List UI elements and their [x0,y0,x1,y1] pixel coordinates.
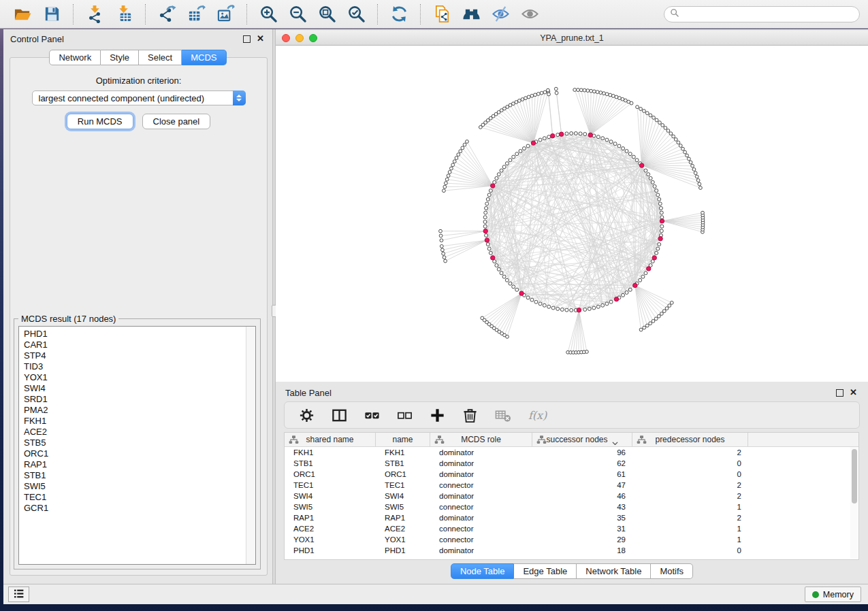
graph-leaf-node[interactable] [689,161,692,164]
mcds-result-item[interactable]: ACE2 [24,427,246,437]
split-columns-button[interactable] [331,407,348,424]
graph-node[interactable] [485,206,488,210]
network-canvas[interactable] [276,46,868,382]
graph-node[interactable] [622,147,625,150]
graph-leaf-node[interactable] [654,317,658,320]
graph-node[interactable] [617,144,621,148]
graph-leaf-node[interactable] [657,314,660,318]
graph-node[interactable] [644,169,647,172]
graph-hub-node[interactable] [551,133,555,137]
import-network-button[interactable] [86,5,104,23]
tab-mcds[interactable]: MCDS [182,50,226,65]
graph-node[interactable] [509,159,512,162]
graph-leaf-node[interactable] [645,112,649,115]
graph-node[interactable] [547,305,551,308]
mcds-result-item[interactable]: STB1 [24,470,246,481]
graph-node[interactable] [632,155,635,159]
table-row[interactable]: FKH1FKH1dominator962 [285,447,858,458]
graph-node[interactable] [487,193,491,197]
graph-node[interactable] [505,278,509,282]
graph-node[interactable] [556,307,560,310]
graph-leaf-node[interactable] [639,328,643,331]
graph-hub-node[interactable] [647,267,651,271]
mcds-result-item[interactable]: RAP1 [24,459,246,470]
graph-node[interactable] [660,229,663,233]
graph-leaf-node[interactable] [585,350,589,354]
graph-node[interactable] [660,211,663,214]
graph-node[interactable] [489,251,492,254]
graph-node[interactable] [539,302,542,306]
table-row[interactable]: STB1STB1dominator620 [285,458,858,469]
graph-leaf-node[interactable] [602,92,606,95]
graph-leaf-node[interactable] [691,164,694,167]
graph-leaf-node[interactable] [554,87,558,90]
tab-edge-table[interactable]: Edge Table [514,563,577,579]
graph-leaf-node[interactable] [665,307,669,310]
graph-leaf-node[interactable] [440,245,443,248]
graph-node[interactable] [605,138,609,142]
graph-node[interactable] [539,138,542,142]
graph-node[interactable] [660,225,664,228]
graph-leaf-node[interactable] [652,319,655,323]
graph-node[interactable] [483,216,487,219]
graph-hub-node[interactable] [660,219,664,223]
graph-leaf-node[interactable] [583,88,586,92]
tab-style[interactable]: Style [101,50,139,65]
column-header-successor-nodes[interactable]: successor nodes [532,433,632,446]
graph-node[interactable] [660,216,664,219]
float-panel-icon[interactable] [243,35,251,43]
graph-node[interactable] [500,169,503,172]
select-all-rows-button[interactable] [364,407,381,424]
graph-leaf-node[interactable] [534,93,537,97]
zoom-selected-button[interactable] [347,5,366,23]
graph-node[interactable] [483,220,487,224]
graph-leaf-node[interactable] [636,105,639,109]
graph-node[interactable] [512,285,515,288]
graph-hub-node[interactable] [652,256,656,260]
graph-leaf-node[interactable] [660,312,663,316]
graph-node[interactable] [628,152,632,156]
graph-leaf-node[interactable] [453,160,456,163]
close-panel-icon[interactable]: ✕ [257,35,264,42]
graph-leaf-node[interactable] [661,124,664,127]
graph-leaf-node[interactable] [527,95,530,99]
graph-node[interactable] [613,142,617,146]
graph-node[interactable] [502,165,506,169]
graph-hub-node[interactable] [491,184,495,188]
mcds-result-item[interactable]: SRD1 [24,394,246,405]
graph-leaf-node[interactable] [443,185,447,188]
graph-node[interactable] [574,132,577,135]
graph-leaf-node[interactable] [524,97,528,100]
graph-node[interactable] [656,193,660,197]
graph-leaf-node[interactable] [655,118,658,122]
graph-node[interactable] [656,247,660,250]
graph-leaf-node[interactable] [443,256,446,259]
graph-leaf-node[interactable] [596,90,599,94]
graph-node[interactable] [534,300,538,303]
graph-node[interactable] [486,197,489,201]
graph-leaf-node[interactable] [579,88,583,92]
graph-node[interactable] [625,291,628,294]
graph-node[interactable] [647,173,650,176]
close-table-panel-icon[interactable]: ✕ [850,389,857,396]
graph-node[interactable] [565,308,568,312]
mcds-result-item[interactable]: CAR1 [24,340,246,350]
table-row[interactable]: SWI4SWI4dominator462 [285,491,858,501]
delete-row-button[interactable] [462,407,479,424]
zoom-in-button[interactable] [259,5,278,23]
graph-node[interactable] [609,300,613,303]
graph-node[interactable] [579,132,582,135]
graph-node[interactable] [485,234,488,237]
graph-node[interactable] [596,135,600,139]
graph-node[interactable] [489,189,492,193]
graph-node[interactable] [655,251,658,254]
graph-hub-node[interactable] [577,308,581,312]
graph-node[interactable] [551,306,555,310]
graph-leaf-node[interactable] [609,93,612,97]
graph-node[interactable] [565,132,568,135]
table-scrollbar-thumb[interactable] [852,449,857,503]
graph-node[interactable] [583,133,587,136]
mcds-result-item[interactable]: PMA2 [24,405,246,416]
graph-leaf-node[interactable] [599,91,602,95]
graph-leaf-node[interactable] [699,186,703,190]
